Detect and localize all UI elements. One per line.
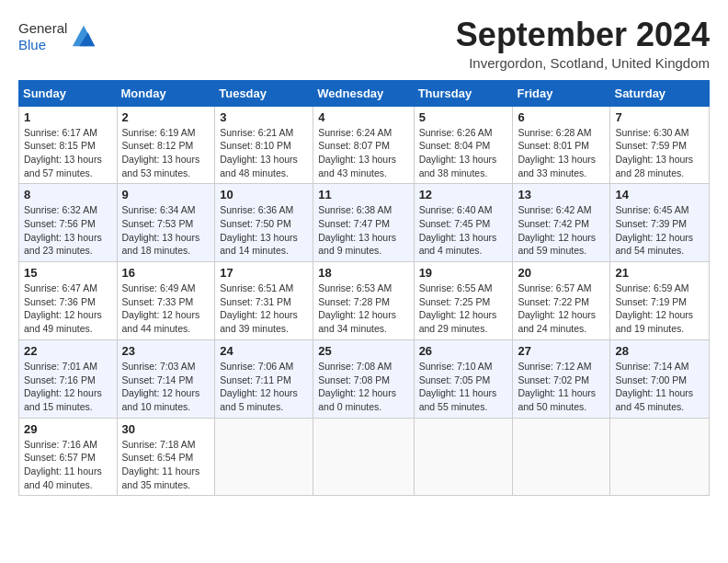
title-block: September 2024 Invergordon, Scotland, Un…	[456, 17, 710, 71]
calendar-week-row: 22Sunrise: 7:01 AMSunset: 7:16 PMDayligh…	[19, 339, 710, 418]
calendar-cell: 9Sunrise: 6:34 AMSunset: 7:53 PMDaylight…	[117, 184, 215, 262]
day-number: 13	[518, 188, 605, 201]
day-info: Sunrise: 7:08 AMSunset: 7:08 PMDaylight:…	[318, 360, 408, 414]
day-number: 27	[518, 344, 605, 358]
day-info: Sunrise: 6:19 AMSunset: 8:12 PMDaylight:…	[122, 126, 210, 180]
day-info: Sunrise: 6:55 AMSunset: 7:25 PMDaylight:…	[419, 282, 508, 336]
calendar-cell: 3Sunrise: 6:21 AMSunset: 8:10 PMDaylight…	[215, 106, 313, 184]
day-info: Sunrise: 6:32 AMSunset: 7:56 PMDaylight:…	[24, 203, 112, 258]
logo-blue: Blue	[18, 37, 67, 53]
page-container: General Blue September 2024 Invergordon,…	[0, 0, 728, 505]
calendar-week-row: 1Sunrise: 6:17 AMSunset: 8:15 PMDaylight…	[19, 106, 710, 184]
calendar-cell: 17Sunrise: 6:51 AMSunset: 7:31 PMDayligh…	[215, 262, 313, 340]
day-number: 28	[615, 344, 704, 358]
calendar-cell	[313, 418, 414, 496]
day-number: 17	[220, 266, 308, 280]
day-number: 11	[318, 188, 408, 201]
calendar-cell: 22Sunrise: 7:01 AMSunset: 7:16 PMDayligh…	[19, 339, 118, 418]
day-info: Sunrise: 7:18 AMSunset: 6:54 PMDaylight:…	[122, 438, 210, 492]
day-info: Sunrise: 6:59 AMSunset: 7:19 PMDaylight:…	[615, 282, 704, 336]
day-number: 3	[220, 110, 308, 124]
day-info: Sunrise: 7:06 AMSunset: 7:11 PMDaylight:…	[220, 360, 308, 414]
day-info: Sunrise: 6:42 AMSunset: 7:42 PMDaylight:…	[518, 203, 605, 258]
day-number: 8	[24, 188, 112, 201]
calendar-cell	[610, 418, 710, 496]
header-wednesday: Wednesday	[313, 80, 414, 106]
day-info: Sunrise: 7:16 AMSunset: 6:57 PMDaylight:…	[24, 438, 112, 492]
header-monday: Monday	[117, 80, 215, 106]
calendar-cell: 2Sunrise: 6:19 AMSunset: 8:12 PMDaylight…	[117, 106, 215, 184]
day-info: Sunrise: 7:01 AMSunset: 7:16 PMDaylight:…	[24, 360, 112, 414]
calendar-cell: 4Sunrise: 6:24 AMSunset: 8:07 PMDaylight…	[313, 106, 414, 184]
day-info: Sunrise: 6:40 AMSunset: 7:45 PMDaylight:…	[419, 203, 508, 258]
day-info: Sunrise: 6:21 AMSunset: 8:10 PMDaylight:…	[220, 126, 308, 180]
main-title: September 2024	[456, 17, 710, 53]
calendar-cell: 27Sunrise: 7:12 AMSunset: 7:02 PMDayligh…	[513, 339, 610, 418]
day-number: 23	[122, 344, 210, 358]
day-info: Sunrise: 6:17 AMSunset: 8:15 PMDaylight:…	[24, 126, 112, 180]
day-info: Sunrise: 6:51 AMSunset: 7:31 PMDaylight:…	[220, 282, 308, 336]
day-info: Sunrise: 6:30 AMSunset: 7:59 PMDaylight:…	[615, 126, 704, 180]
calendar-cell: 8Sunrise: 6:32 AMSunset: 7:56 PMDaylight…	[19, 184, 118, 262]
calendar-cell: 28Sunrise: 7:14 AMSunset: 7:00 PMDayligh…	[610, 339, 710, 418]
header-friday: Friday	[513, 80, 610, 106]
day-number: 5	[419, 110, 508, 124]
calendar-cell	[215, 418, 313, 496]
calendar-cell: 12Sunrise: 6:40 AMSunset: 7:45 PMDayligh…	[414, 184, 513, 262]
day-number: 12	[419, 188, 508, 201]
day-number: 29	[24, 422, 112, 436]
calendar-header-row: Sunday Monday Tuesday Wednesday Thursday…	[19, 80, 710, 106]
day-number: 14	[615, 188, 704, 201]
day-number: 22	[24, 344, 112, 358]
day-info: Sunrise: 7:10 AMSunset: 7:05 PMDaylight:…	[419, 360, 508, 414]
calendar-cell: 18Sunrise: 6:53 AMSunset: 7:28 PMDayligh…	[313, 262, 414, 340]
calendar-cell: 19Sunrise: 6:55 AMSunset: 7:25 PMDayligh…	[414, 262, 513, 340]
day-info: Sunrise: 6:57 AMSunset: 7:22 PMDaylight:…	[518, 282, 605, 336]
day-number: 24	[220, 344, 308, 358]
header-sunday: Sunday	[19, 80, 118, 106]
day-info: Sunrise: 7:14 AMSunset: 7:00 PMDaylight:…	[615, 360, 704, 414]
day-number: 19	[419, 266, 508, 280]
day-info: Sunrise: 6:34 AMSunset: 7:53 PMDaylight:…	[122, 203, 210, 258]
calendar-cell: 25Sunrise: 7:08 AMSunset: 7:08 PMDayligh…	[313, 339, 414, 418]
day-info: Sunrise: 7:12 AMSunset: 7:02 PMDaylight:…	[518, 360, 605, 414]
calendar-week-row: 15Sunrise: 6:47 AMSunset: 7:36 PMDayligh…	[19, 262, 710, 340]
day-number: 18	[318, 266, 408, 280]
day-info: Sunrise: 7:03 AMSunset: 7:14 PMDaylight:…	[122, 360, 210, 414]
calendar-cell: 26Sunrise: 7:10 AMSunset: 7:05 PMDayligh…	[414, 339, 513, 418]
day-number: 20	[518, 266, 605, 280]
day-number: 10	[220, 188, 308, 201]
calendar-cell: 11Sunrise: 6:38 AMSunset: 7:47 PMDayligh…	[313, 184, 414, 262]
day-number: 16	[122, 266, 210, 280]
calendar-cell: 20Sunrise: 6:57 AMSunset: 7:22 PMDayligh…	[513, 262, 610, 340]
calendar-cell	[513, 418, 610, 496]
calendar-cell: 24Sunrise: 7:06 AMSunset: 7:11 PMDayligh…	[215, 339, 313, 418]
calendar-cell: 1Sunrise: 6:17 AMSunset: 8:15 PMDaylight…	[19, 106, 118, 184]
day-info: Sunrise: 6:49 AMSunset: 7:33 PMDaylight:…	[122, 282, 210, 336]
calendar-cell: 23Sunrise: 7:03 AMSunset: 7:14 PMDayligh…	[117, 339, 215, 418]
calendar-cell	[414, 418, 513, 496]
calendar-cell: 29Sunrise: 7:16 AMSunset: 6:57 PMDayligh…	[19, 418, 118, 496]
calendar-cell: 13Sunrise: 6:42 AMSunset: 7:42 PMDayligh…	[513, 184, 610, 262]
header-tuesday: Tuesday	[215, 80, 313, 106]
day-number: 9	[122, 188, 210, 201]
day-info: Sunrise: 6:24 AMSunset: 8:07 PMDaylight:…	[318, 126, 408, 180]
logo-general: General	[18, 20, 67, 37]
header-saturday: Saturday	[610, 80, 710, 106]
day-number: 2	[122, 110, 210, 124]
day-number: 1	[24, 110, 112, 124]
calendar-cell: 21Sunrise: 6:59 AMSunset: 7:19 PMDayligh…	[610, 262, 710, 340]
day-info: Sunrise: 6:38 AMSunset: 7:47 PMDaylight:…	[318, 203, 408, 258]
logo: General Blue	[18, 20, 97, 53]
day-number: 26	[419, 344, 508, 358]
logo-icon	[71, 22, 97, 48]
calendar-cell: 7Sunrise: 6:30 AMSunset: 7:59 PMDaylight…	[610, 106, 710, 184]
calendar-cell: 16Sunrise: 6:49 AMSunset: 7:33 PMDayligh…	[117, 262, 215, 340]
day-number: 25	[318, 344, 408, 358]
calendar-week-row: 29Sunrise: 7:16 AMSunset: 6:57 PMDayligh…	[19, 418, 710, 496]
calendar-cell: 10Sunrise: 6:36 AMSunset: 7:50 PMDayligh…	[215, 184, 313, 262]
calendar-week-row: 8Sunrise: 6:32 AMSunset: 7:56 PMDaylight…	[19, 184, 710, 262]
day-number: 7	[615, 110, 704, 124]
calendar-cell: 6Sunrise: 6:28 AMSunset: 8:01 PMDaylight…	[513, 106, 610, 184]
day-number: 4	[318, 110, 408, 124]
